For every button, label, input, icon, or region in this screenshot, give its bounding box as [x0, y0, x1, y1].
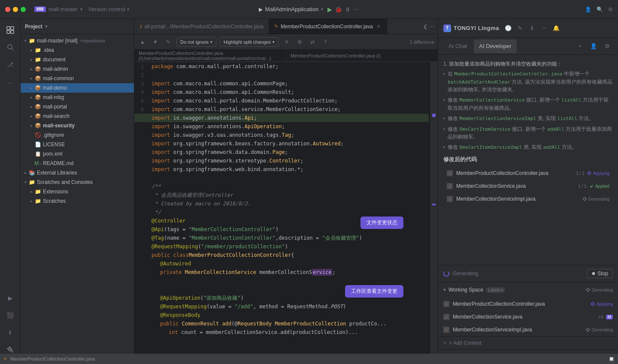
- ws-file-2[interactable]: J MemberCollectionService.java +4 M: [440, 310, 616, 323]
- tab-close-button[interactable]: ✕: [376, 24, 382, 30]
- working-space-header[interactable]: ▾ Working Space Latest ▾ Generating: [438, 282, 618, 298]
- gutter-line: [134, 131, 147, 139]
- search-icon[interactable]: 🔍: [597, 6, 603, 12]
- tab-more-icon[interactable]: ⋯: [429, 24, 434, 30]
- folder-icon: 📚: [28, 169, 35, 176]
- code-editor[interactable]: 1 2 3 4 5 6: [134, 62, 438, 364]
- version-control-btn[interactable]: Version control ▾: [88, 6, 129, 12]
- java-file-icon-3: J: [447, 196, 453, 202]
- file-list-item-1[interactable]: J MemberProductCollectionController.java…: [443, 167, 613, 180]
- close-diff-icon[interactable]: ✕: [282, 37, 291, 47]
- code-content-left[interactable]: package com.macro.mall.portal.controller…: [147, 62, 429, 364]
- diff-left-pane: 1 2 3 4 5 6: [134, 62, 430, 364]
- do-not-ignore-button[interactable]: Do not ignore ▾: [176, 37, 216, 47]
- vcs-icon[interactable]: ⎇: [3, 57, 18, 72]
- status-tongyi-icon[interactable]: 🔲: [609, 356, 615, 362]
- tab-chevron-left-icon[interactable]: ❮: [423, 24, 427, 30]
- nav-up-button[interactable]: ▲: [138, 37, 147, 47]
- tree-label-mall-security: mall-security: [43, 123, 75, 129]
- chevron-right-icon: ▸: [28, 75, 34, 81]
- sidebar-item-pom[interactable]: 📋 pom.xml: [21, 149, 134, 159]
- sidebar-item-mall-common[interactable]: ▸ 📦 mall-common: [21, 74, 134, 83]
- info-icon[interactable]: ℹ: [527, 23, 538, 34]
- nav-down-button[interactable]: ▼: [151, 37, 160, 47]
- add-context-button[interactable]: + + Add Context: [438, 336, 618, 349]
- ai-content[interactable]: 1. 添加批量添加商品到购物车并清空收藏夹的功能： 在 MemberProduc…: [438, 55, 618, 265]
- tab-inactive[interactable]: J all-portal/.../MemberProductCollection…: [134, 19, 269, 34]
- add-tab-icon[interactable]: +: [574, 41, 585, 52]
- info-icon[interactable]: ℹ: [3, 325, 18, 340]
- titlebar-center: ▶ MallAdminApplication ▾ ▶ 🐞 ⏸ ⋯: [259, 6, 359, 13]
- ws-generating-icon: [586, 288, 590, 292]
- sidebar-item-readme[interactable]: M↓ README.md: [21, 159, 134, 168]
- panel-user-icon[interactable]: 👤: [588, 41, 599, 52]
- module-icon: 📦: [34, 122, 41, 129]
- run-icon[interactable]: ▶: [3, 290, 18, 306]
- sidebar-item-document[interactable]: ▸ 📁 document: [21, 55, 134, 64]
- maximize-button[interactable]: [21, 7, 26, 12]
- highlight-split-button[interactable]: Highlight split changes ▾: [220, 37, 279, 47]
- sidebar-item-mall-search[interactable]: ▸ 📦 mall-search: [21, 111, 134, 121]
- tree-label-extensions: Extensions: [43, 189, 68, 195]
- project-tree-icon[interactable]: [3, 22, 18, 38]
- minimize-icon[interactable]: −: [539, 23, 550, 34]
- sidebar-item-license[interactable]: 📄 LICENSE: [21, 140, 134, 149]
- gutter-line: 1: [134, 62, 147, 71]
- code-ref-addall2: addAll: [543, 144, 560, 150]
- sidebar-item-scratches[interactable]: ▸ 📁 Scratches: [21, 196, 134, 206]
- sidebar-item-extensions[interactable]: ▸ 📁 Extensions: [21, 187, 134, 196]
- panel-settings-icon[interactable]: ⚙: [602, 41, 613, 52]
- find-icon[interactable]: [3, 39, 18, 55]
- generating-bar: Generating Stop: [438, 265, 618, 282]
- sidebar-item-mall-portal[interactable]: ▸ 📦 mall-portal: [21, 102, 134, 111]
- terminal-icon[interactable]: ⬛: [3, 307, 18, 323]
- project-name: mall-master: [48, 6, 78, 12]
- edit-icon[interactable]: ✎: [164, 37, 173, 47]
- minimize-button[interactable]: [13, 7, 18, 12]
- tree-label-mall-demo: mall-demo: [43, 85, 67, 91]
- history-icon[interactable]: 🕐: [503, 23, 514, 34]
- sidebar-item-external-libraries[interactable]: ▸ 📚 External Libraries: [21, 168, 134, 177]
- sidebar-item-mall-security[interactable]: ▸ 📦 mall-security: [21, 121, 134, 130]
- sidebar-item-gitignore[interactable]: 🚫 .gitignore: [21, 130, 134, 140]
- bell-icon[interactable]: 🔔: [551, 23, 562, 34]
- ws-file-1[interactable]: J MemberProductCollectionController.java…: [440, 298, 616, 310]
- more-tools-icon[interactable]: …: [3, 74, 18, 89]
- file-list-item-3[interactable]: J MemberCollectionServiceImpl.java Gener…: [443, 193, 613, 205]
- tree-label-pom: pom.xml: [43, 151, 62, 157]
- stop-button[interactable]: Stop: [587, 269, 613, 278]
- java-icon-ws1: J: [443, 301, 449, 307]
- change-indicator: [432, 114, 436, 117]
- settings-icon[interactable]: ⚙: [608, 6, 613, 12]
- code-ref-5: OmsCartItemServiceImpl: [460, 144, 522, 150]
- sidebar-item-idea[interactable]: ▸ 📁 .idea: [21, 45, 134, 55]
- swap-icon[interactable]: ⇄: [308, 37, 317, 47]
- close-button[interactable]: [5, 7, 10, 12]
- ai-bullet-3: 修改 MemberCollectionServiceImpl 类, 实现 lis…: [443, 114, 613, 123]
- file-list-item-2[interactable]: J MemberCollectionService.java 1 / 1 App…: [443, 180, 613, 193]
- sidebar-item-mall-admin[interactable]: ▸ 📦 mall-admin: [21, 64, 134, 74]
- project-selector[interactable]: MM mall-master ▾: [34, 6, 82, 12]
- sidebar-item-mall-demo[interactable]: ▸ 📦 mall-demo: [21, 83, 134, 93]
- gutter-line: [134, 259, 147, 268]
- help-icon[interactable]: ?: [321, 37, 330, 47]
- sidebar-item-mall-mbg[interactable]: ▸ 📦 mall-mbg: [21, 93, 134, 102]
- tab-ai-developer[interactable]: AI Developer: [474, 39, 516, 53]
- svg-rect-3: [11, 30, 14, 33]
- java-icon-ws2: J: [443, 314, 449, 320]
- ws-file-num-2: +4: [598, 315, 603, 319]
- sidebar-item-scratches-consoles[interactable]: ▾ 📁 Scratches and Consoles: [21, 177, 134, 187]
- edit-icon[interactable]: ✎: [515, 23, 526, 34]
- settings-icon[interactable]: ⚙: [295, 37, 304, 47]
- sidebar-item-mall-master[interactable]: ▾ 📁 mall-master [mall] ~/repositories: [21, 36, 134, 45]
- right-panel-tabs: AI Chat AI Developer + 👤 ⚙: [438, 38, 618, 55]
- code-line: import org.springframework.stereotype.Co…: [147, 156, 429, 165]
- tab-ai-chat[interactable]: AI Chat: [443, 39, 472, 53]
- ws-applying-icon: [591, 302, 595, 306]
- tab-active[interactable]: ✎ MemberProductCollectionController.java…: [269, 19, 387, 34]
- ws-file-3[interactable]: J MemberCollectionServiceImpl.java Gener…: [440, 323, 616, 336]
- chevron-right-icon: ▸: [28, 123, 34, 129]
- tree-label-gitignore: .gitignore: [43, 132, 64, 138]
- user-icon[interactable]: 👤: [585, 6, 591, 12]
- stop-icon: [591, 271, 596, 276]
